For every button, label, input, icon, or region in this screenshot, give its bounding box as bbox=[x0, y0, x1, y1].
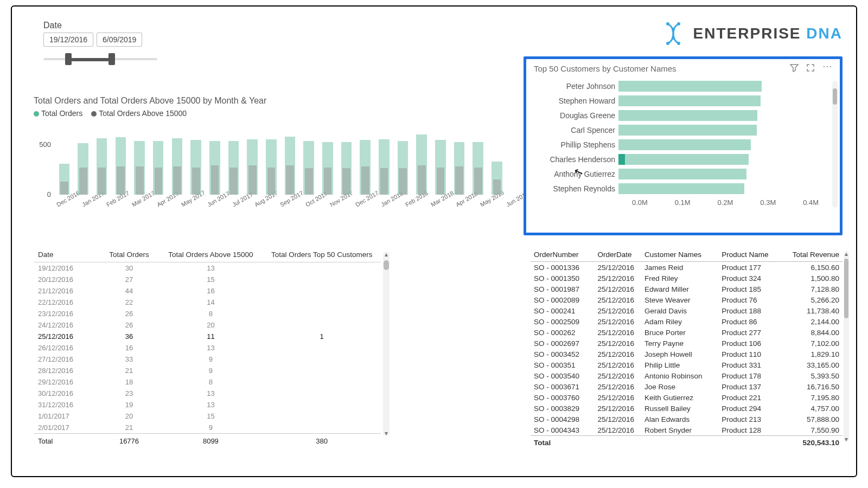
scroll-down-icon[interactable]: ▾ bbox=[844, 436, 849, 442]
column-header[interactable]: Total Orders Above 15000 bbox=[158, 247, 263, 262]
scrollbar[interactable]: ▴ ▾ bbox=[844, 251, 849, 442]
table-row[interactable]: SO - 000135025/12/2016Fred RileyProduct … bbox=[531, 273, 843, 284]
bar-group[interactable] bbox=[187, 124, 205, 195]
table-row[interactable]: SO - 00035125/12/2016Philip LittleProduc… bbox=[531, 359, 843, 370]
filter-icon[interactable] bbox=[790, 63, 799, 74]
bar-group[interactable] bbox=[488, 124, 506, 195]
scroll-up-icon[interactable]: ▴ bbox=[383, 252, 390, 257]
column-header[interactable]: Date bbox=[34, 247, 100, 262]
bar-group[interactable] bbox=[281, 124, 299, 195]
slider-handle-end[interactable] bbox=[108, 53, 115, 65]
table-row[interactable]: 20/12/20162715 bbox=[34, 274, 381, 285]
table-row[interactable]: 2/01/2017219 bbox=[34, 422, 381, 434]
date-slider[interactable] bbox=[43, 52, 157, 66]
top50-row[interactable]: Charles Henderson bbox=[534, 152, 832, 166]
table-row[interactable]: 23/12/2016268 bbox=[34, 308, 381, 319]
bar-group[interactable] bbox=[469, 124, 487, 195]
bar-group[interactable] bbox=[413, 124, 431, 195]
table-row[interactable]: 28/12/2016219 bbox=[34, 365, 381, 376]
bar-group[interactable] bbox=[55, 124, 73, 195]
customer-label: Douglas Greene bbox=[534, 111, 618, 120]
table-row[interactable]: SO - 00024125/12/2016Gerald DavisProduct… bbox=[531, 305, 843, 316]
bar-group[interactable] bbox=[149, 124, 167, 195]
bar-group[interactable] bbox=[394, 124, 412, 195]
bar-group[interactable] bbox=[93, 124, 111, 195]
top50-row[interactable]: Douglas Greene bbox=[534, 108, 832, 122]
top50-bar-chart-visual[interactable]: Top 50 Customers by Customer Names ⋯ Pet… bbox=[524, 56, 843, 235]
table-row[interactable]: SO - 000269725/12/2016Terry PayneProduct… bbox=[531, 338, 843, 349]
table-row[interactable]: 1/01/20172015 bbox=[34, 410, 381, 422]
table-row[interactable]: SO - 000345225/12/2016Joseph HowellProdu… bbox=[531, 349, 843, 359]
table-row[interactable]: SO - 000250925/12/2016Adam RileyProduct … bbox=[531, 316, 843, 327]
table-row[interactable]: 22/12/20162214 bbox=[34, 297, 381, 308]
top50-row[interactable]: Stephen Reynolds bbox=[534, 182, 832, 195]
bar-group[interactable] bbox=[225, 124, 242, 195]
bar-group[interactable] bbox=[337, 124, 355, 195]
top50-bars: Peter JohnsonStephen HowardDouglas Green… bbox=[534, 79, 832, 195]
table-row[interactable]: 21/12/20164416 bbox=[34, 285, 381, 297]
table-row[interactable]: SO - 000382925/12/2016Russell BaileyProd… bbox=[531, 403, 843, 414]
scroll-up-icon[interactable]: ▴ bbox=[844, 251, 849, 256]
scrollbar[interactable] bbox=[832, 81, 838, 208]
top50-row[interactable]: Phillip Stephens bbox=[534, 138, 832, 151]
scroll-thumb[interactable] bbox=[384, 260, 389, 270]
slider-handle-start[interactable] bbox=[65, 53, 72, 65]
table-row[interactable]: 31/12/20161913 bbox=[34, 399, 381, 410]
scroll-thumb[interactable] bbox=[833, 88, 837, 105]
orders-detail-table[interactable]: OrderNumberOrderDateCustomer NamesProduc… bbox=[531, 248, 843, 454]
date-end-input[interactable]: 6/09/2019 bbox=[97, 33, 142, 47]
table-row[interactable]: SO - 000354025/12/2016Antonio RobinsonPr… bbox=[531, 370, 843, 381]
table-row[interactable]: 29/12/2016188 bbox=[34, 376, 381, 388]
top50-row[interactable]: Peter Johnson bbox=[534, 79, 832, 93]
table-row[interactable]: SO - 000208925/12/2016Steve WeaverProduc… bbox=[531, 294, 843, 305]
table-row[interactable]: 26/12/20161613 bbox=[34, 342, 381, 354]
date-start-input[interactable]: 19/12/2016 bbox=[43, 33, 93, 47]
top50-row[interactable]: Carl Spencer bbox=[534, 123, 832, 137]
focus-mode-icon[interactable] bbox=[806, 63, 815, 74]
top50-row[interactable]: Anthony Gutierrez bbox=[534, 167, 832, 181]
scroll-thumb[interactable] bbox=[844, 259, 848, 318]
table-row[interactable]: SO - 000434325/12/2016Robert SnyderProdu… bbox=[531, 425, 843, 436]
column-header[interactable]: Customer Names bbox=[641, 248, 718, 262]
top50-row[interactable]: Stephen Howard bbox=[534, 94, 832, 107]
column-header[interactable]: Product Name bbox=[718, 248, 786, 262]
orders-by-date-table[interactable]: DateTotal OrdersTotal Orders Above 15000… bbox=[34, 247, 381, 448]
table-row[interactable]: SO - 000198725/12/2016Edward MillerProdu… bbox=[531, 284, 843, 294]
bar-group[interactable] bbox=[112, 124, 130, 195]
table-row[interactable]: 27/12/2016339 bbox=[34, 354, 381, 365]
table-row[interactable]: SO - 000367125/12/2016Joe RoseProduct 13… bbox=[531, 381, 843, 392]
customer-label: Anthony Gutierrez bbox=[534, 170, 618, 178]
bar-group[interactable] bbox=[262, 124, 280, 195]
bar-group[interactable] bbox=[450, 124, 468, 195]
bar-group[interactable] bbox=[131, 124, 149, 195]
column-header[interactable]: OrderDate bbox=[594, 248, 641, 262]
bar-group[interactable] bbox=[300, 124, 318, 195]
table-row[interactable]: SO - 00026225/12/2016Bruce PorterProduct… bbox=[531, 327, 843, 338]
bar-group[interactable] bbox=[74, 124, 92, 195]
bar-group[interactable] bbox=[318, 124, 336, 195]
date-slicer[interactable]: Date 19/12/2016 6/09/2019 bbox=[43, 21, 157, 66]
scrollbar[interactable]: ▴ ▾ bbox=[383, 252, 390, 436]
table-row[interactable]: SO - 000376025/12/2016Keith GutierrezPro… bbox=[531, 392, 843, 403]
column-chart-visual[interactable]: Total Orders and Total Orders Above 1500… bbox=[34, 96, 506, 211]
x-tick: 0.1M bbox=[661, 198, 704, 207]
bar-group[interactable] bbox=[244, 124, 261, 195]
more-options-icon[interactable]: ⋯ bbox=[822, 63, 832, 74]
column-header[interactable]: Total Orders Top 50 Customers bbox=[263, 247, 381, 262]
bar-group[interactable] bbox=[375, 124, 393, 195]
column-header[interactable]: Total Revenue bbox=[786, 248, 843, 262]
column-header[interactable]: OrderNumber bbox=[531, 248, 594, 262]
table-row[interactable]: SO - 000133625/12/2016James ReidProduct … bbox=[531, 262, 843, 273]
bar-group[interactable] bbox=[206, 124, 224, 195]
scroll-down-icon[interactable]: ▾ bbox=[383, 431, 390, 436]
table-row[interactable]: 24/12/20162620 bbox=[34, 319, 381, 331]
table-row[interactable]: 25/12/201636111 bbox=[34, 331, 381, 342]
table-row[interactable]: 19/12/20163013 bbox=[34, 262, 381, 274]
table-row[interactable]: 30/12/20162313 bbox=[34, 388, 381, 399]
column-header[interactable]: Total Orders bbox=[100, 247, 159, 262]
table-row[interactable]: SO - 000429825/12/2016Alan EdwardsProduc… bbox=[531, 414, 843, 425]
brand-text: ENTERPRISE DNA bbox=[693, 25, 843, 42]
bar-group[interactable] bbox=[356, 124, 374, 195]
bar-group[interactable] bbox=[431, 124, 449, 195]
bar-group[interactable] bbox=[168, 124, 186, 195]
